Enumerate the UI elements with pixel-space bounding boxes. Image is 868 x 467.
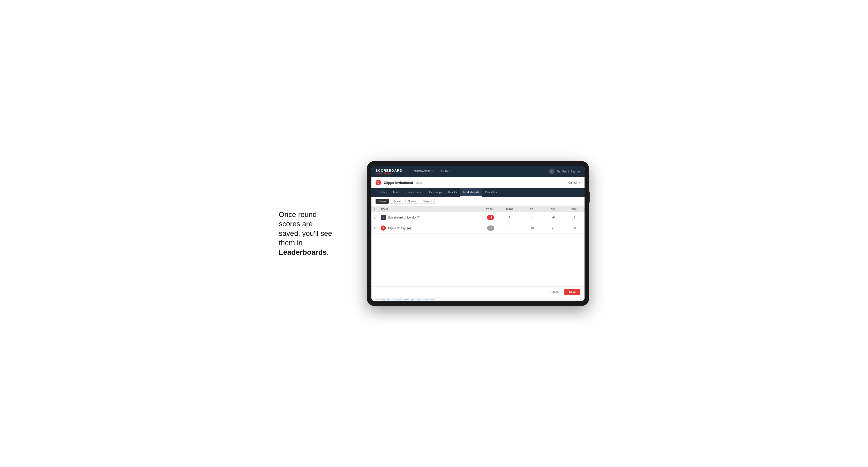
tab-leaderboards[interactable]: Leaderboards	[460, 188, 482, 197]
row2-thru: F	[497, 223, 522, 234]
logo-text: SCOREBOARD	[376, 168, 402, 173]
row1-rank: 1	[371, 212, 378, 223]
url-bar: https://stage-blue-coach.stagesCoreboard…	[371, 297, 585, 301]
row2-team-logo: C	[381, 225, 386, 231]
tournament-header: C Clippd Invitational (Men) Cancel ✕	[371, 177, 585, 188]
col-rd1: RD1	[522, 206, 542, 212]
leaderboard-table-container: # TEAM TOTAL THRU RD1 RD2 RD3 1	[371, 206, 585, 286]
table-header-row: # TEAM TOTAL THRU RD1 RD2 RD3	[371, 206, 585, 212]
tournament-logo: C	[376, 180, 381, 185]
nav-links: TOURNAMENTS TEAMS	[409, 166, 549, 177]
user-name: Test User |	[557, 170, 569, 173]
tablet-device: SCOREBOARD Powered by clippd TOURNAMENTS…	[367, 161, 589, 306]
filter-row: Teams Players Scores Strokes	[371, 197, 585, 206]
tablet-screen: SCOREBOARD Powered by clippd TOURNAMENTS…	[371, 166, 585, 301]
leaderboard-table: # TEAM TOTAL THRU RD1 RD2 RD3 1	[371, 206, 585, 234]
tournament-name: Clippd Invitational	[384, 181, 413, 185]
row2-rd3: +3	[564, 223, 585, 234]
tab-results[interactable]: Results	[445, 188, 460, 197]
left-description: Once round scores are saved, you'll see …	[279, 210, 351, 257]
row1-team-logo: S	[381, 215, 386, 220]
col-rank: #	[371, 206, 378, 212]
row2-total-cell: +3	[470, 223, 497, 234]
modal-footer: Cancel Save	[371, 286, 585, 297]
description-suffix: .	[327, 248, 329, 256]
row1-rd2: +5	[542, 212, 564, 223]
row2-team-name: Clippd College [A]	[388, 226, 411, 229]
row2-rd1: +8	[522, 223, 542, 234]
table-row: 1 S Scoreboard University [A] -5 F	[371, 212, 585, 223]
nav-teams[interactable]: TEAMS	[437, 166, 454, 177]
row1-rd3: -6	[564, 212, 585, 223]
tab-teams[interactable]: Teams	[390, 188, 403, 197]
nav-tournaments[interactable]: TOURNAMENTS	[409, 166, 437, 177]
description-line4: them in	[279, 239, 303, 247]
row1-rd1: -4	[522, 212, 542, 223]
tab-details[interactable]: Details	[376, 188, 390, 197]
col-team: TEAM	[378, 206, 469, 212]
row2-total-badge: +3	[487, 225, 494, 231]
row1-total-badge: -5	[487, 215, 494, 220]
table-body: 1 S Scoreboard University [A] -5 F	[371, 212, 585, 234]
logo-area: SCOREBOARD Powered by clippd	[376, 168, 402, 174]
row1-team-name: Scoreboard University [A]	[388, 216, 420, 219]
top-nav: SCOREBOARD Powered by clippd TOURNAMENTS…	[371, 166, 585, 177]
page-wrapper: Once round scores are saved, you'll see …	[253, 161, 615, 306]
filter-teams[interactable]: Teams	[376, 199, 389, 204]
col-rd3: RD3	[564, 206, 585, 212]
tab-printables[interactable]: Printables	[482, 188, 500, 197]
description-bold: Leaderboards	[279, 248, 327, 256]
powered-by: Powered by clippd	[376, 173, 402, 174]
sub-nav: Details Teams Course Setup Tee Groups Re…	[371, 188, 585, 197]
cancel-x-button[interactable]: Cancel ✕	[568, 181, 580, 184]
row2-team: C Clippd College [A]	[378, 223, 469, 234]
description-line2: scores are	[279, 220, 313, 228]
row1-thru: F	[497, 212, 522, 223]
save-button[interactable]: Save	[564, 289, 580, 295]
col-total: TOTAL	[470, 206, 497, 212]
row1-total-cell: -5	[470, 212, 497, 223]
nav-right: S Test User | Sign out	[549, 168, 580, 174]
row1-team: S Scoreboard University [A]	[378, 212, 469, 223]
sign-out-link[interactable]: Sign out	[571, 170, 580, 173]
table-row: 2 C Clippd College [A] +3 F	[371, 223, 585, 234]
row2-rd2: -8	[542, 223, 564, 234]
filter-scores[interactable]: Scores	[405, 199, 419, 204]
filter-players[interactable]: Players	[390, 199, 404, 204]
description-line3: saved, you'll see	[279, 229, 332, 238]
cancel-button[interactable]: Cancel	[548, 289, 562, 295]
row2-rank: 2	[371, 223, 378, 234]
tournament-gender: (Men)	[414, 181, 422, 184]
tab-tee-groups[interactable]: Tee Groups	[426, 188, 445, 197]
user-avatar: S	[549, 168, 555, 174]
filter-strokes[interactable]: Strokes	[420, 199, 435, 204]
col-rd2: RD2	[542, 206, 564, 212]
col-thru: THRU	[497, 206, 522, 212]
tab-course-setup[interactable]: Course Setup	[403, 188, 426, 197]
description-line1: Once round	[279, 211, 317, 218]
